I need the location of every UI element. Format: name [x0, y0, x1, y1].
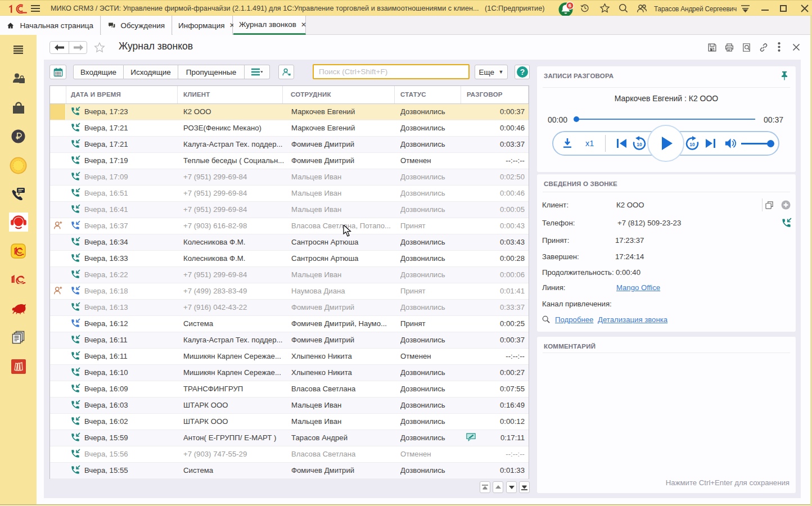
svg-text:10: 10: [689, 142, 695, 147]
svg-text:?: ?: [520, 67, 525, 76]
svg-text:10: 10: [637, 142, 642, 147]
svg-text:6: 6: [569, 2, 571, 8]
